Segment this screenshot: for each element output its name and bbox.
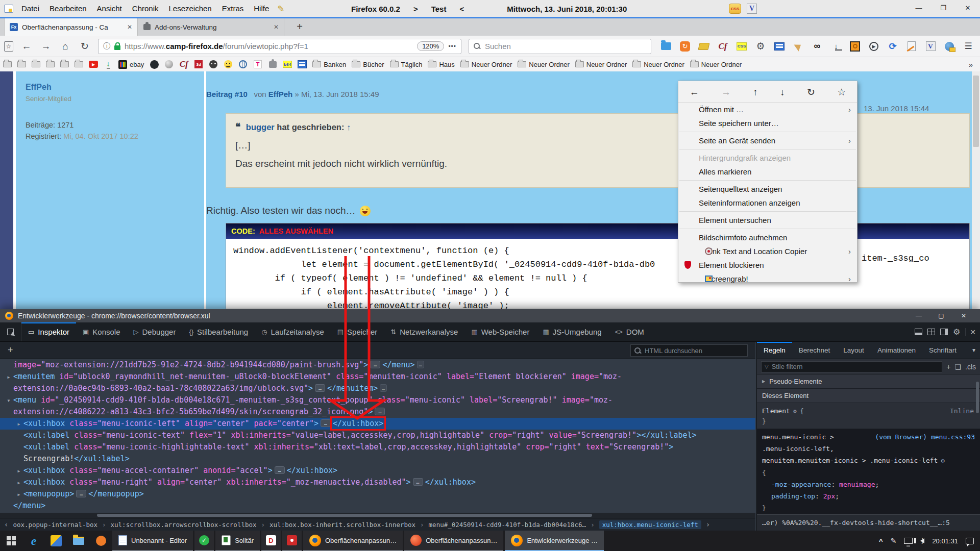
smiley-icon[interactable] <box>224 60 233 69</box>
tab-inspektor[interactable]: ▭Inspektor <box>21 322 76 341</box>
volume-icon[interactable] <box>920 538 924 543</box>
skull-icon[interactable] <box>209 60 218 69</box>
twisty-icon[interactable]: ▶ <box>15 477 22 489</box>
new-tab-button[interactable]: + <box>291 18 308 36</box>
taskbar-button-firefox-2[interactable]: Oberflächenanpassun… <box>404 531 503 551</box>
markup-row[interactable]: ▶<menupopup>…</menupopup> <box>0 488 755 500</box>
menu-lesezeichen[interactable]: Lesezeichen <box>163 0 216 17</box>
devtools-toolbox-close-icon[interactable]: ✕ <box>965 328 976 336</box>
telekom-icon[interactable]: T <box>253 60 262 69</box>
menu-item-hintergrundgrafik-anzeigen[interactable]: Hintergrundgrafik anzeigen <box>678 151 857 165</box>
menu-item-seitenquelltext-anzeigen[interactable]: Seitenquelltext anzeigen <box>678 182 857 196</box>
menu-item-seite-an-ger-t-senden[interactable]: Seite an Gerät senden› <box>678 134 857 147</box>
menu-item-screengrab-[interactable]: Screengrab!› <box>678 272 857 286</box>
menu-chronik[interactable]: Chronik <box>127 0 164 17</box>
markup-row[interactable]: ▼<menu id="_02450914-cdd9-410f-b1da-db00… <box>0 394 755 406</box>
bookmark-folder-haus[interactable]: Haus <box>428 61 454 68</box>
bookmark-folder-icon[interactable] <box>17 61 26 67</box>
menu-item--ffnen-mit-[interactable]: Öffnen mit …› <box>678 103 857 116</box>
close-button[interactable]: ✕ <box>955 0 980 17</box>
twisty-icon[interactable]: ▶ <box>5 371 12 383</box>
menu-item-bildschirmfoto-aufnehmen[interactable]: Bildschirmfoto aufnehmen <box>678 231 857 244</box>
broom-addon-icon[interactable] <box>793 41 804 52</box>
globe-icon[interactable] <box>238 60 248 69</box>
file-explorer-icon[interactable] <box>67 531 90 551</box>
rule-source-footer[interactable]: …er) %0A%20%20.__fx-devtools-hide-shortc… <box>757 514 980 531</box>
dock-side-icon[interactable] <box>940 329 948 335</box>
pinned-app-icon[interactable] <box>45 531 67 551</box>
breadcrumb-item[interactable]: oox.popup-internal-box <box>13 521 97 529</box>
tab-debugger[interactable]: ▷Debugger <box>127 322 183 341</box>
taskbar-button-editor[interactable]: Unbenannt - Editor <box>112 531 193 551</box>
bookmark-folder-neuer-ordner[interactable]: Neuer Ordner <box>690 61 742 68</box>
markup-row[interactable]: </menu> <box>0 500 755 512</box>
tab-js-umgebung[interactable]: ▦JS-Umgebung <box>536 322 608 341</box>
bookmarks-sidebar-icon[interactable]: ☆ <box>4 41 13 52</box>
youtube-icon[interactable]: ▶ <box>89 60 98 69</box>
scrollbar-thumb[interactable] <box>97 514 592 517</box>
code-body[interactable]: window.addEventListener('contextmenu', f… <box>226 239 969 318</box>
tab1-close-icon[interactable]: ✕ <box>127 23 132 31</box>
rule-gear-icon[interactable]: ⚙ <box>793 408 797 415</box>
tab-animationen[interactable]: Animationen <box>871 342 922 359</box>
copy-classes-icon[interactable]: ❏ <box>954 363 961 371</box>
bookmark-folder-taeglich[interactable]: Täglich <box>390 61 423 68</box>
tab2-close-icon[interactable]: ✕ <box>274 23 279 31</box>
zoom-level-badge[interactable]: 120% <box>417 41 444 51</box>
dock-split-icon[interactable] <box>915 329 922 335</box>
add-rule-button[interactable]: + <box>946 363 950 371</box>
tab-stilbearbeitung[interactable]: {}Stilbearbeitung <box>182 322 255 341</box>
quote-author-link[interactable]: bugger <box>246 122 275 132</box>
bookmark-folder-buecher[interactable]: Bücher <box>352 61 384 68</box>
bookmark-folder-icon[interactable] <box>32 61 40 67</box>
pen-tray-icon[interactable]: ✎ <box>891 537 897 545</box>
element-inline-rule[interactable]: Element⚙{Inline } <box>757 403 980 429</box>
page-scrollbar-thumb[interactable] <box>973 76 979 147</box>
markup-row[interactable]: <xul:label class="menu-iconic-highlighta… <box>0 441 755 453</box>
tab-layout[interactable]: Layout <box>837 342 871 359</box>
bookmark-folder-banken[interactable]: Banken <box>312 61 346 68</box>
tab-konsole[interactable]: ▣Konsole <box>76 322 127 341</box>
github-icon[interactable] <box>150 60 159 69</box>
cf-bookmark-icon[interactable]: Cf <box>179 60 188 69</box>
devtools-minimize-button[interactable]: — <box>908 312 930 319</box>
html-search-input[interactable]: HTML durchsuchen <box>630 344 748 357</box>
bookmark-folder-icon[interactable] <box>60 61 69 67</box>
markup-horizontal-scrollbar[interactable] <box>0 513 755 518</box>
red-3d-icon[interactable]: 3d <box>194 60 203 69</box>
bookmark-folder-neuer-ordner[interactable]: Neuer Ordner <box>575 61 627 68</box>
quote-jump-arrow[interactable]: ↑ <box>347 122 351 132</box>
breadcrumb-item[interactable]: xul:scrollbox.arrowscrollbox-scrollbox <box>111 521 257 529</box>
v-addon-icon[interactable]: V <box>925 41 936 52</box>
bookmark-folder-neuer-ordner[interactable]: Neuer Ordner <box>460 61 512 68</box>
css-addon-icon[interactable]: CSS <box>736 41 747 52</box>
rule-gear-icon[interactable]: ⚙ <box>941 457 944 464</box>
play-addon-icon[interactable]: ▶ <box>868 41 879 52</box>
sync-addon-icon[interactable]: ⟳ <box>887 41 898 52</box>
tab-oberflaechenanpassung[interactable]: Fx Oberflächenanpassung - Ca ✕ <box>4 18 138 36</box>
tab-netzwerkanalyse[interactable]: ⇅Netzwerkanalyse <box>384 322 464 341</box>
search-bar[interactable]: Suchen <box>469 39 651 54</box>
back-button[interactable]: ← <box>20 41 33 52</box>
page-scrollbar[interactable] <box>972 71 980 309</box>
url-bar[interactable]: ⓘ https://www.camp-firefox.de/forum/view… <box>98 39 461 54</box>
twisty-icon[interactable]: ▶ <box>15 465 22 477</box>
green-download-icon[interactable]: ↓ <box>104 60 113 69</box>
reload-button[interactable]: ↻ <box>79 40 91 52</box>
markup-row[interactable]: <xul:label class="menu-iconic-text" flex… <box>0 430 755 441</box>
bookmark-ebay[interactable]: ebay <box>118 60 144 69</box>
taskbar-button-firefox-1[interactable]: Oberflächenanpassun… <box>303 531 403 551</box>
devtools-maximize-button[interactable]: ▢ <box>930 312 952 319</box>
action-center-icon[interactable] <box>966 538 974 544</box>
open-folder-icon[interactable] <box>698 41 709 52</box>
bookmark-folder-icon[interactable] <box>46 61 55 67</box>
devtools-close-button[interactable]: ✕ <box>952 312 975 319</box>
add-node-button[interactable]: + <box>0 345 21 356</box>
back-icon[interactable]: ← <box>690 87 699 98</box>
menu-item-element-blockieren[interactable]: Element blockieren <box>678 258 857 272</box>
orange-search-addon-icon[interactable] <box>849 41 861 52</box>
select-all-link[interactable]: ALLES AUSWÄHLEN <box>259 227 333 235</box>
bookmark-star-icon[interactable]: ☆ <box>837 86 846 98</box>
sidebar-scrollbar-thumb[interactable] <box>976 382 979 413</box>
edit-script-icon[interactable] <box>906 41 917 52</box>
